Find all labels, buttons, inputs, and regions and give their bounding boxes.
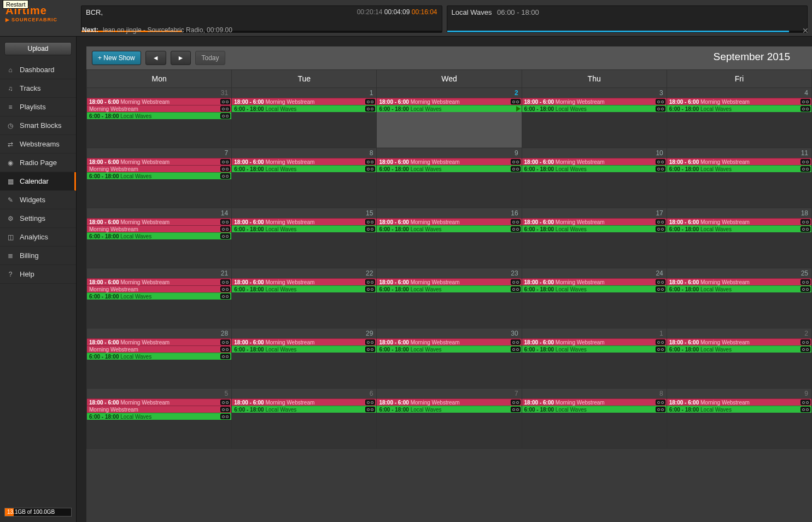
nav-item-smart-blocks[interactable]: ◷Smart Blocks — [0, 116, 76, 135]
event-morning-webstream[interactable]: 18:00 - 6:00 Morning Webstream — [377, 338, 521, 345]
event-local-waves[interactable]: 6:00 - 18:00 Local Waves — [377, 105, 521, 112]
calendar-day[interactable]: 2818:00 - 6:00 Morning WebstreamMorning … — [87, 329, 232, 389]
calendar-day[interactable]: 418:00 - 6:00 Morning Webstream6:00 - 18… — [667, 88, 811, 148]
event-local-waves[interactable]: 6:00 - 18:00 Local Waves — [232, 165, 376, 172]
event-local-waves[interactable]: 6:00 - 18:00 Local Waves — [377, 225, 521, 232]
event-morning-webstream-cont[interactable]: Morning Webstream — [87, 225, 231, 232]
event-morning-webstream-cont[interactable]: Morning Webstream — [87, 105, 231, 112]
calendar-day[interactable]: 818:00 - 6:00 Morning Webstream6:00 - 18… — [522, 389, 667, 449]
nav-item-billing[interactable]: ≣Billing — [0, 247, 76, 265]
event-local-waves[interactable]: 6:00 - 18:00 Local Waves — [377, 406, 521, 413]
event-morning-webstream[interactable]: 18:00 - 6:00 Morning Webstream — [377, 278, 521, 285]
event-morning-webstream[interactable]: 18:00 - 6:00 Morning Webstream — [87, 98, 231, 105]
nav-item-tracks[interactable]: ♫Tracks — [0, 79, 76, 98]
nav-item-analytics[interactable]: ◫Analytics — [0, 228, 76, 247]
calendar-day[interactable]: 918:00 - 6:00 Morning Webstream6:00 - 18… — [377, 148, 522, 208]
event-local-waves[interactable]: 6:00 - 18:00 Local Waves — [87, 112, 231, 119]
calendar-day[interactable]: 218:00 - 6:00 Morning Webstream6:00 - 18… — [667, 329, 811, 389]
new-show-button[interactable]: + New Show — [92, 51, 141, 65]
event-morning-webstream[interactable]: 18:00 - 6:00 Morning Webstream — [232, 278, 376, 285]
nav-item-calendar[interactable]: ▦Calendar — [0, 172, 76, 191]
event-morning-webstream[interactable]: 18:00 - 6:00 Morning Webstream — [522, 158, 667, 165]
calendar-day[interactable]: 1418:00 - 6:00 Morning WebstreamMorning … — [87, 208, 232, 268]
event-local-waves[interactable]: 6:00 - 18:00 Local Waves — [87, 172, 231, 179]
calendar-day[interactable]: 218:00 - 6:00 Morning Webstream6:00 - 18… — [377, 88, 522, 148]
event-morning-webstream-cont[interactable]: Morning Webstream — [87, 406, 231, 413]
close-icon[interactable]: ✕ — [801, 26, 810, 35]
event-morning-webstream[interactable]: 18:00 - 6:00 Morning Webstream — [522, 278, 667, 285]
event-local-waves[interactable]: 6:00 - 18:00 Local Waves — [522, 285, 667, 292]
event-local-waves[interactable]: 6:00 - 18:00 Local Waves — [87, 353, 231, 360]
event-local-waves[interactable]: 6:00 - 18:00 Local Waves — [667, 165, 811, 172]
calendar-day[interactable]: 1618:00 - 6:00 Morning Webstream6:00 - 1… — [377, 208, 522, 268]
event-morning-webstream[interactable]: 18:00 - 6:00 Morning Webstream — [667, 338, 811, 345]
event-local-waves[interactable]: 6:00 - 18:00 Local Waves — [522, 225, 667, 232]
calendar-day[interactable]: 918:00 - 6:00 Morning Webstream6:00 - 18… — [667, 389, 811, 449]
event-local-waves[interactable]: 6:00 - 18:00 Local Waves — [232, 406, 376, 413]
event-local-waves[interactable]: 6:00 - 18:00 Local Waves — [667, 406, 811, 413]
event-local-waves[interactable]: 6:00 - 18:00 Local Waves — [232, 345, 376, 353]
event-morning-webstream[interactable]: 18:00 - 6:00 Morning Webstream — [232, 218, 376, 225]
nav-item-playlists[interactable]: ≡Playlists — [0, 98, 76, 116]
calendar-day[interactable]: 2418:00 - 6:00 Morning Webstream6:00 - 1… — [522, 268, 667, 329]
calendar-day[interactable]: 2118:00 - 6:00 Morning WebstreamMorning … — [87, 268, 232, 329]
event-morning-webstream[interactable]: 18:00 - 6:00 Morning Webstream — [522, 218, 667, 225]
nav-item-help[interactable]: ?Help — [0, 265, 76, 284]
event-morning-webstream[interactable]: 18:00 - 6:00 Morning Webstream — [667, 398, 811, 406]
event-morning-webstream[interactable]: 18:00 - 6:00 Morning Webstream — [87, 218, 231, 225]
event-morning-webstream[interactable]: 18:00 - 6:00 Morning Webstream — [232, 338, 376, 345]
calendar-day[interactable]: 118:00 - 6:00 Morning Webstream6:00 - 18… — [232, 88, 377, 148]
calendar-day[interactable]: 318:00 - 6:00 Morning Webstream6:00 - 18… — [522, 88, 667, 148]
event-local-waves[interactable]: 6:00 - 18:00 Local Waves — [87, 232, 231, 239]
event-morning-webstream[interactable]: 18:00 - 6:00 Morning Webstream — [667, 98, 811, 105]
event-morning-webstream-cont[interactable]: Morning Webstream — [87, 345, 231, 353]
event-morning-webstream[interactable]: 18:00 - 6:00 Morning Webstream — [522, 338, 667, 345]
event-morning-webstream[interactable]: 18:00 - 6:00 Morning Webstream — [87, 278, 231, 285]
nav-item-radio-page[interactable]: ◉Radio Page — [0, 154, 76, 172]
today-button[interactable]: Today — [195, 51, 225, 65]
calendar-day[interactable]: 3018:00 - 6:00 Morning Webstream6:00 - 1… — [377, 329, 522, 389]
calendar-day[interactable]: 718:00 - 6:00 Morning WebstreamMorning W… — [87, 148, 232, 208]
event-local-waves[interactable]: 6:00 - 18:00 Local Waves — [377, 165, 521, 172]
event-local-waves[interactable]: 6:00 - 18:00 Local Waves — [232, 225, 376, 232]
calendar-scroll[interactable]: MonTueWedThuFri 3118:00 - 6:00 Morning W… — [86, 69, 812, 522]
calendar-day[interactable]: 118:00 - 6:00 Morning Webstream6:00 - 18… — [522, 329, 667, 389]
event-local-waves[interactable]: 6:00 - 18:00 Local Waves — [667, 225, 811, 232]
event-morning-webstream[interactable]: 18:00 - 6:00 Morning Webstream — [522, 398, 667, 406]
calendar-day[interactable]: 3118:00 - 6:00 Morning WebstreamMorning … — [87, 88, 232, 148]
calendar-day[interactable]: 2218:00 - 6:00 Morning Webstream6:00 - 1… — [232, 268, 377, 329]
event-local-waves[interactable]: 6:00 - 18:00 Local Waves — [522, 406, 667, 413]
nav-item-widgets[interactable]: ✎Widgets — [0, 191, 76, 209]
event-morning-webstream[interactable]: 18:00 - 6:00 Morning Webstream — [87, 338, 231, 345]
event-local-waves[interactable]: 6:00 - 18:00 Local Waves — [667, 345, 811, 353]
calendar-day[interactable]: 818:00 - 6:00 Morning Webstream6:00 - 18… — [232, 148, 377, 208]
event-local-waves[interactable]: 6:00 - 18:00 Local Waves — [667, 105, 811, 112]
nav-item-settings[interactable]: ⚙Settings — [0, 209, 76, 228]
calendar-day[interactable]: 518:00 - 6:00 Morning WebstreamMorning W… — [87, 389, 232, 449]
event-morning-webstream[interactable]: 18:00 - 6:00 Morning Webstream — [377, 218, 521, 225]
event-local-waves[interactable]: 6:00 - 18:00 Local Waves — [522, 165, 667, 172]
calendar-day[interactable]: 1718:00 - 6:00 Morning Webstream6:00 - 1… — [522, 208, 667, 268]
calendar-day[interactable]: 2918:00 - 6:00 Morning Webstream6:00 - 1… — [232, 329, 377, 389]
event-morning-webstream[interactable]: 18:00 - 6:00 Morning Webstream — [232, 398, 376, 406]
event-local-waves[interactable]: 6:00 - 18:00 Local Waves — [522, 105, 667, 112]
event-local-waves[interactable]: 6:00 - 18:00 Local Waves — [377, 345, 521, 353]
event-morning-webstream[interactable]: 18:00 - 6:00 Morning Webstream — [377, 398, 521, 406]
calendar-day[interactable]: 1818:00 - 6:00 Morning Webstream6:00 - 1… — [667, 208, 811, 268]
event-morning-webstream-cont[interactable]: Morning Webstream — [87, 165, 231, 172]
event-morning-webstream[interactable]: 18:00 - 6:00 Morning Webstream — [232, 98, 376, 105]
event-local-waves[interactable]: 6:00 - 18:00 Local Waves — [522, 345, 667, 353]
calendar-day[interactable]: 1118:00 - 6:00 Morning Webstream6:00 - 1… — [667, 148, 811, 208]
calendar-day[interactable]: 1518:00 - 6:00 Morning Webstream6:00 - 1… — [232, 208, 377, 268]
event-morning-webstream[interactable]: 18:00 - 6:00 Morning Webstream — [522, 98, 667, 105]
event-morning-webstream-cont[interactable]: Morning Webstream — [87, 285, 231, 292]
calendar-day[interactable]: 618:00 - 6:00 Morning Webstream6:00 - 18… — [232, 389, 377, 449]
event-morning-webstream[interactable]: 18:00 - 6:00 Morning Webstream — [377, 158, 521, 165]
event-local-waves[interactable]: 6:00 - 18:00 Local Waves — [87, 292, 231, 300]
calendar-day[interactable]: 1018:00 - 6:00 Morning Webstream6:00 - 1… — [522, 148, 667, 208]
calendar-day[interactable]: 718:00 - 6:00 Morning Webstream6:00 - 18… — [377, 389, 522, 449]
event-morning-webstream[interactable]: 18:00 - 6:00 Morning Webstream — [667, 158, 811, 165]
nav-item-dashboard[interactable]: ⌂Dashboard — [0, 61, 76, 79]
event-morning-webstream[interactable]: 18:00 - 6:00 Morning Webstream — [87, 158, 231, 165]
event-morning-webstream[interactable]: 18:00 - 6:00 Morning Webstream — [377, 98, 521, 105]
